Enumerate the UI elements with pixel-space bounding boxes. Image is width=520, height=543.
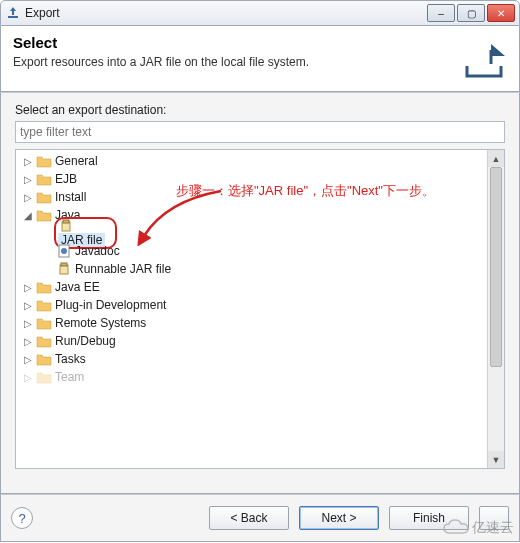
tree-item-label: Run/Debug [55, 334, 116, 348]
help-button[interactable]: ? [11, 507, 33, 529]
watermark: 亿速云 [442, 519, 514, 537]
folder-icon [36, 334, 52, 348]
folder-icon [36, 172, 52, 186]
tree-item[interactable]: Runnable JAR file [16, 260, 504, 278]
folder-icon [36, 352, 52, 366]
tree-item-label: Remote Systems [55, 316, 146, 330]
jar-icon [58, 219, 74, 233]
next-button[interactable]: Next > [299, 506, 379, 530]
scroll-thumb[interactable] [490, 167, 502, 367]
expand-icon[interactable]: ▷ [22, 300, 34, 311]
banner: Select Export resources into a JAR file … [0, 26, 520, 92]
tree-item[interactable]: Javadoc [16, 242, 504, 260]
maximize-button[interactable]: ▢ [457, 4, 485, 22]
tree-item[interactable]: ▷Run/Debug [16, 332, 504, 350]
tree-item-label: Javadoc [75, 244, 120, 258]
expand-icon[interactable]: ▷ [22, 336, 34, 347]
export-large-icon [461, 36, 507, 82]
expand-icon[interactable]: ▷ [22, 282, 34, 293]
tree-item[interactable]: ▷Plug-in Development [16, 296, 504, 314]
titlebar: Export – ▢ ✕ [0, 0, 520, 26]
svg-rect-0 [8, 16, 18, 18]
expand-icon[interactable]: ▷ [22, 372, 34, 383]
tree-item-label: Install [55, 190, 86, 204]
tree-item[interactable]: ▷Team [16, 368, 504, 386]
folder-icon [36, 154, 52, 168]
minimize-button[interactable]: – [427, 4, 455, 22]
export-icon [5, 5, 21, 21]
expand-icon[interactable]: ▷ [22, 318, 34, 329]
expand-icon[interactable]: ▷ [22, 174, 34, 185]
window-title: Export [25, 6, 427, 20]
scroll-down-icon[interactable]: ▼ [488, 451, 504, 468]
close-button[interactable]: ✕ [487, 4, 515, 22]
expand-icon[interactable]: ▷ [22, 192, 34, 203]
tree-item[interactable]: ▷General [16, 152, 504, 170]
tree-item-label: Java EE [55, 280, 100, 294]
folder-icon [36, 190, 52, 204]
tree-item-label: Team [55, 370, 84, 384]
tree-item[interactable]: JAR file [16, 224, 504, 242]
tree-item-label: Runnable JAR file [75, 262, 171, 276]
banner-subtext: Export resources into a JAR file on the … [13, 55, 507, 69]
file-icon [56, 262, 72, 276]
file-icon [56, 244, 72, 258]
scroll-up-icon[interactable]: ▲ [488, 150, 504, 167]
tree-item[interactable]: ▷Tasks [16, 350, 504, 368]
svg-rect-2 [63, 220, 69, 223]
tree-item-label: EJB [55, 172, 77, 186]
scrollbar[interactable]: ▲ ▼ [487, 150, 504, 468]
back-button[interactable]: < Back [209, 506, 289, 530]
tree-view[interactable]: ▷General▷EJB▷Install◢JavaJAR fileJavadoc… [15, 149, 505, 469]
expand-icon[interactable]: ▷ [22, 156, 34, 167]
tree-item[interactable]: ▷Remote Systems [16, 314, 504, 332]
expand-icon[interactable]: ◢ [22, 210, 34, 221]
folder-icon [36, 316, 52, 330]
tree-item[interactable]: ▷Java EE [16, 278, 504, 296]
banner-heading: Select [13, 34, 507, 51]
dialog-body: Select an export destination: ▷General▷E… [0, 92, 520, 494]
folder-icon [36, 208, 52, 222]
tree-item-label: Plug-in Development [55, 298, 166, 312]
folder-icon [36, 280, 52, 294]
annotation-text: 步骤一：选择"JAR file"，点击"Next"下一步。 [176, 182, 435, 200]
folder-icon [36, 370, 52, 384]
expand-icon[interactable]: ▷ [22, 354, 34, 365]
svg-rect-6 [61, 263, 67, 266]
svg-point-4 [61, 248, 67, 254]
folder-icon [36, 298, 52, 312]
tree-item-label: General [55, 154, 98, 168]
filter-input[interactable] [15, 121, 505, 143]
destination-label: Select an export destination: [15, 103, 505, 117]
tree-item-label: Tasks [55, 352, 86, 366]
